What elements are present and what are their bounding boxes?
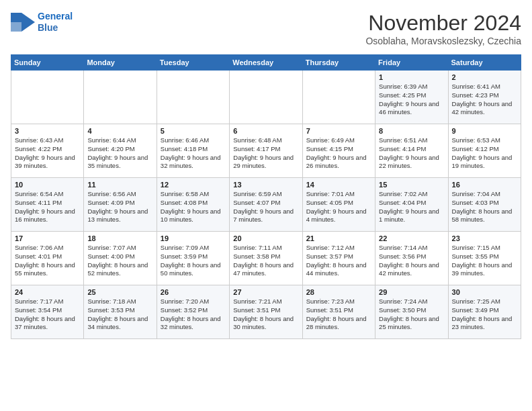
day-number: 16 xyxy=(452,181,517,189)
day-number: 9 xyxy=(452,127,517,135)
location: Osoblaha, Moravskoslezsky, Czechia xyxy=(365,36,521,46)
calendar-cell: 10Sunrise: 6:54 AM Sunset: 4:11 PM Dayli… xyxy=(11,178,84,232)
calendar-cell: 9Sunrise: 6:53 AM Sunset: 4:12 PM Daylig… xyxy=(448,124,521,178)
day-number: 25 xyxy=(87,288,152,296)
day-info: Sunrise: 7:09 AM Sunset: 3:59 PM Dayligh… xyxy=(161,244,226,278)
day-number: 2 xyxy=(452,73,517,81)
col-header-saturday: Saturday xyxy=(448,55,521,71)
day-number: 7 xyxy=(306,127,371,135)
month-title: November 2024 xyxy=(365,11,521,36)
day-number: 22 xyxy=(379,234,444,242)
day-number: 4 xyxy=(87,127,152,135)
day-info: Sunrise: 7:07 AM Sunset: 4:00 PM Dayligh… xyxy=(87,244,152,278)
calendar-week-4: 17Sunrise: 7:06 AM Sunset: 4:01 PM Dayli… xyxy=(11,232,521,285)
day-number: 20 xyxy=(233,234,298,242)
calendar-cell: 6Sunrise: 6:48 AM Sunset: 4:17 PM Daylig… xyxy=(230,124,302,178)
svg-rect-0 xyxy=(11,13,21,22)
day-number: 14 xyxy=(306,181,371,189)
calendar-cell: 22Sunrise: 7:14 AM Sunset: 3:56 PM Dayli… xyxy=(375,232,448,285)
logo: General Blue xyxy=(11,11,73,34)
col-header-tuesday: Tuesday xyxy=(157,55,229,71)
day-info: Sunrise: 7:20 AM Sunset: 3:52 PM Dayligh… xyxy=(161,298,226,332)
day-number: 28 xyxy=(306,288,371,296)
day-number: 29 xyxy=(379,288,444,296)
day-number: 13 xyxy=(233,181,298,189)
day-info: Sunrise: 7:25 AM Sunset: 3:49 PM Dayligh… xyxy=(452,298,517,332)
calendar-week-2: 3Sunrise: 6:43 AM Sunset: 4:22 PM Daylig… xyxy=(11,124,521,178)
calendar-cell: 5Sunrise: 6:46 AM Sunset: 4:18 PM Daylig… xyxy=(157,124,229,178)
calendar-cell xyxy=(84,71,157,124)
day-number: 8 xyxy=(379,127,444,135)
logo-text: General Blue xyxy=(38,11,73,34)
day-number: 12 xyxy=(161,181,226,189)
calendar-cell: 16Sunrise: 7:04 AM Sunset: 4:03 PM Dayli… xyxy=(448,178,521,232)
calendar-cell: 7Sunrise: 6:49 AM Sunset: 4:15 PM Daylig… xyxy=(302,124,375,178)
day-info: Sunrise: 7:12 AM Sunset: 3:57 PM Dayligh… xyxy=(306,244,371,278)
day-number: 27 xyxy=(233,288,298,296)
day-info: Sunrise: 6:44 AM Sunset: 4:20 PM Dayligh… xyxy=(87,136,152,171)
day-number: 10 xyxy=(15,181,80,189)
day-number: 23 xyxy=(452,234,517,242)
calendar-cell: 11Sunrise: 6:56 AM Sunset: 4:09 PM Dayli… xyxy=(84,178,157,232)
calendar-week-1: 1Sunrise: 6:39 AM Sunset: 4:25 PM Daylig… xyxy=(11,71,521,124)
calendar-week-3: 10Sunrise: 6:54 AM Sunset: 4:11 PM Dayli… xyxy=(11,178,521,232)
calendar-cell: 18Sunrise: 7:07 AM Sunset: 4:00 PM Dayli… xyxy=(84,232,157,285)
day-info: Sunrise: 7:15 AM Sunset: 3:55 PM Dayligh… xyxy=(452,244,517,278)
calendar-cell: 12Sunrise: 6:58 AM Sunset: 4:08 PM Dayli… xyxy=(157,178,229,232)
day-info: Sunrise: 6:54 AM Sunset: 4:11 PM Dayligh… xyxy=(15,190,80,224)
col-header-sunday: Sunday xyxy=(11,55,84,71)
logo-line2: Blue xyxy=(38,22,58,33)
day-info: Sunrise: 6:46 AM Sunset: 4:18 PM Dayligh… xyxy=(161,136,226,171)
calendar-cell: 19Sunrise: 7:09 AM Sunset: 3:59 PM Dayli… xyxy=(157,232,229,285)
calendar-cell: 13Sunrise: 6:59 AM Sunset: 4:07 PM Dayli… xyxy=(230,178,302,232)
day-info: Sunrise: 6:59 AM Sunset: 4:07 PM Dayligh… xyxy=(233,190,298,224)
title-block: November 2024 Osoblaha, Moravskoslezsky,… xyxy=(365,11,521,46)
calendar-cell: 1Sunrise: 6:39 AM Sunset: 4:25 PM Daylig… xyxy=(375,71,448,124)
calendar-cell: 25Sunrise: 7:18 AM Sunset: 3:53 PM Dayli… xyxy=(84,285,157,339)
calendar-cell: 3Sunrise: 6:43 AM Sunset: 4:22 PM Daylig… xyxy=(11,124,84,178)
calendar-cell: 24Sunrise: 7:17 AM Sunset: 3:54 PM Dayli… xyxy=(11,285,84,339)
day-info: Sunrise: 7:01 AM Sunset: 4:05 PM Dayligh… xyxy=(306,190,371,224)
calendar-cell: 15Sunrise: 7:02 AM Sunset: 4:04 PM Dayli… xyxy=(375,178,448,232)
day-info: Sunrise: 6:41 AM Sunset: 4:23 PM Dayligh… xyxy=(452,83,517,117)
day-info: Sunrise: 7:06 AM Sunset: 4:01 PM Dayligh… xyxy=(15,244,80,278)
calendar-cell: 29Sunrise: 7:24 AM Sunset: 3:50 PM Dayli… xyxy=(375,285,448,339)
calendar-week-5: 24Sunrise: 7:17 AM Sunset: 3:54 PM Dayli… xyxy=(11,285,521,339)
calendar-cell: 23Sunrise: 7:15 AM Sunset: 3:55 PM Dayli… xyxy=(448,232,521,285)
calendar-cell: 4Sunrise: 6:44 AM Sunset: 4:20 PM Daylig… xyxy=(84,124,157,178)
day-info: Sunrise: 6:48 AM Sunset: 4:17 PM Dayligh… xyxy=(233,136,298,171)
day-info: Sunrise: 6:39 AM Sunset: 4:25 PM Dayligh… xyxy=(379,83,444,117)
col-header-friday: Friday xyxy=(375,55,448,71)
day-number: 26 xyxy=(161,288,226,296)
day-info: Sunrise: 7:02 AM Sunset: 4:04 PM Dayligh… xyxy=(379,190,444,224)
day-info: Sunrise: 6:49 AM Sunset: 4:15 PM Dayligh… xyxy=(306,136,371,171)
calendar-cell: 30Sunrise: 7:25 AM Sunset: 3:49 PM Dayli… xyxy=(448,285,521,339)
day-number: 6 xyxy=(233,127,298,135)
day-info: Sunrise: 6:53 AM Sunset: 4:12 PM Dayligh… xyxy=(452,136,517,171)
calendar-cell: 21Sunrise: 7:12 AM Sunset: 3:57 PM Dayli… xyxy=(302,232,375,285)
col-header-thursday: Thursday xyxy=(302,55,375,71)
calendar-cell xyxy=(302,71,375,124)
day-info: Sunrise: 7:21 AM Sunset: 3:51 PM Dayligh… xyxy=(233,298,298,332)
logo-icon xyxy=(11,13,35,32)
day-info: Sunrise: 7:18 AM Sunset: 3:53 PM Dayligh… xyxy=(87,298,152,332)
day-number: 24 xyxy=(15,288,80,296)
day-info: Sunrise: 6:58 AM Sunset: 4:08 PM Dayligh… xyxy=(161,190,226,224)
day-number: 3 xyxy=(15,127,80,135)
day-info: Sunrise: 7:04 AM Sunset: 4:03 PM Dayligh… xyxy=(452,190,517,224)
day-info: Sunrise: 7:23 AM Sunset: 3:51 PM Dayligh… xyxy=(306,298,371,332)
day-info: Sunrise: 6:43 AM Sunset: 4:22 PM Dayligh… xyxy=(15,136,80,171)
day-info: Sunrise: 7:11 AM Sunset: 3:58 PM Dayligh… xyxy=(233,244,298,278)
svg-rect-1 xyxy=(11,22,21,32)
calendar-cell xyxy=(157,71,229,124)
day-number: 15 xyxy=(379,181,444,189)
calendar-cell: 27Sunrise: 7:21 AM Sunset: 3:51 PM Dayli… xyxy=(230,285,302,339)
col-header-monday: Monday xyxy=(84,55,157,71)
day-number: 5 xyxy=(161,127,226,135)
calendar-cell: 17Sunrise: 7:06 AM Sunset: 4:01 PM Dayli… xyxy=(11,232,84,285)
day-number: 30 xyxy=(452,288,517,296)
svg-marker-2 xyxy=(21,13,35,32)
day-number: 11 xyxy=(87,181,152,189)
day-info: Sunrise: 6:56 AM Sunset: 4:09 PM Dayligh… xyxy=(87,190,152,224)
calendar-cell xyxy=(11,71,84,124)
